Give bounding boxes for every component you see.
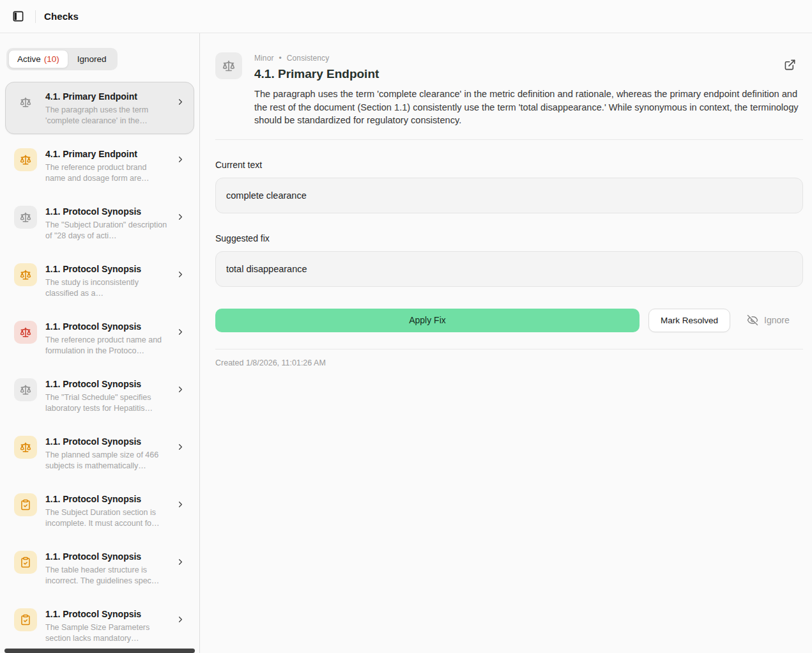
check-item-title: 1.1. Protocol Synopsis	[45, 609, 167, 619]
clipboard-check-icon	[14, 608, 37, 631]
chevron-right-icon	[176, 615, 185, 624]
chevron-right-icon	[176, 155, 185, 164]
chevron-right-icon	[176, 385, 185, 394]
panel-left-icon	[12, 10, 24, 22]
check-detail-title: 4.1. Primary Endpoint	[254, 67, 803, 81]
chevron-right-icon	[176, 212, 185, 222]
check-item-title: 1.1. Protocol Synopsis	[45, 206, 167, 217]
chevron-right-icon	[176, 97, 185, 107]
check-item-title: 1.1. Protocol Synopsis	[45, 436, 167, 447]
check-list-item[interactable]: 1.1. Protocol Synopsis The Subject Durat…	[5, 484, 194, 537]
check-list-item[interactable]: 1.1. Protocol Synopsis The "Subject Dura…	[5, 197, 194, 249]
check-list-item[interactable]: 4.1. Primary Endpoint The reference prod…	[5, 139, 194, 192]
suggested-fix-label: Suggested fix	[215, 233, 803, 243]
clipboard-check-icon	[14, 551, 37, 574]
tab-ignored-label: Ignored	[77, 54, 107, 64]
current-text-field: complete clearance	[215, 178, 803, 213]
clipboard-check-icon	[14, 493, 37, 516]
top-bar: Checks	[0, 0, 812, 33]
check-meta: Minor • Consistency	[254, 54, 803, 63]
check-item-description: The study is inconsistently classified a…	[45, 277, 167, 298]
eye-off-icon	[747, 314, 758, 326]
check-detail-panel: Minor • Consistency 4.1. Primary Endpoin…	[200, 33, 812, 653]
check-item-title: 1.1. Protocol Synopsis	[45, 379, 167, 389]
suggested-fix-field: total disappearance	[215, 251, 803, 287]
chevron-right-icon	[176, 270, 185, 279]
scale-icon	[215, 52, 242, 79]
external-link-icon	[784, 59, 796, 71]
ignore-button[interactable]: Ignore	[747, 314, 790, 326]
chevron-right-icon	[176, 500, 185, 509]
apply-fix-button[interactable]: Apply Fix	[215, 309, 640, 332]
check-list: 4.1. Primary Endpoint The paragraph uses…	[0, 82, 199, 652]
section-divider	[215, 139, 803, 140]
check-item-description: The Sample Size Parameters section lacks…	[45, 622, 167, 643]
check-item-title: 1.1. Protocol Synopsis	[45, 494, 167, 504]
check-list-item[interactable]: 1.1. Protocol Synopsis The Sample Size P…	[5, 599, 194, 652]
ignore-button-label: Ignore	[764, 315, 790, 325]
check-item-description: The "Subject Duration" description of "2…	[45, 220, 167, 241]
created-timestamp: Created 1/8/2026, 11:01:26 AM	[215, 358, 803, 367]
chevron-right-icon	[176, 442, 185, 452]
page-title: Checks	[44, 11, 79, 22]
check-item-description: The reference product brand name and dos…	[45, 162, 167, 183]
check-item-description: The table header structure is incorrect.…	[45, 565, 167, 586]
scale-icon	[14, 436, 37, 459]
check-item-description: The reference product name and formulati…	[45, 335, 167, 356]
check-list-item[interactable]: 1.1. Protocol Synopsis The planned sampl…	[5, 427, 194, 479]
category-label: Consistency	[287, 54, 329, 63]
topbar-divider	[35, 10, 36, 23]
meta-separator: •	[279, 54, 282, 63]
horizontal-scrollbar[interactable]	[4, 649, 195, 653]
active-count-badge: (10)	[44, 54, 59, 64]
check-item-title: 4.1. Primary Endpoint	[45, 91, 167, 102]
scale-icon	[14, 263, 37, 286]
chevron-right-icon	[176, 327, 185, 337]
chevron-right-icon	[176, 557, 185, 567]
check-item-title: 1.1. Protocol Synopsis	[45, 321, 167, 332]
checks-sidebar: Active (10) Ignored 4.1. Primary Endpoin…	[0, 33, 200, 653]
check-detail-description: The paragraph uses the term 'complete cl…	[254, 88, 803, 127]
check-list-item[interactable]: 1.1. Protocol Synopsis The "Trial Schedu…	[5, 369, 194, 422]
check-list-item[interactable]: 1.1. Protocol Synopsis The table header …	[5, 542, 194, 594]
scale-icon	[14, 206, 37, 229]
check-item-description: The paragraph uses the term 'complete cl…	[45, 105, 167, 126]
footer-divider	[215, 349, 803, 350]
tab-ignored[interactable]: Ignored	[68, 50, 116, 68]
check-item-description: The planned sample size of 466 subjects …	[45, 450, 167, 471]
check-list-item[interactable]: 1.1. Protocol Synopsis The reference pro…	[5, 312, 194, 364]
sidebar-toggle-button[interactable]	[9, 8, 27, 26]
check-item-title: 1.1. Protocol Synopsis	[45, 264, 167, 274]
suggested-fix-value: total disappearance	[226, 264, 307, 274]
scale-icon	[14, 321, 37, 344]
check-item-description: The "Trial Schedule" specifies laborator…	[45, 392, 167, 413]
check-item-title: 1.1. Protocol Synopsis	[45, 551, 167, 562]
scale-icon	[14, 148, 37, 171]
scale-icon	[14, 378, 37, 401]
check-list-item[interactable]: 1.1. Protocol Synopsis The study is inco…	[5, 254, 194, 307]
mark-resolved-button[interactable]: Mark Resolved	[648, 309, 730, 332]
check-list-item[interactable]: 4.1. Primary Endpoint The paragraph uses…	[5, 82, 194, 134]
severity-label: Minor	[254, 54, 274, 63]
current-text-label: Current text	[215, 160, 803, 170]
check-item-title: 4.1. Primary Endpoint	[45, 149, 167, 159]
scale-icon	[14, 91, 37, 114]
tab-active[interactable]: Active (10)	[8, 50, 68, 68]
check-item-description: The Subject Duration section is incomple…	[45, 507, 167, 528]
tab-active-label: Active	[17, 54, 41, 64]
filter-segmented-control: Active (10) Ignored	[6, 48, 118, 70]
open-in-document-button[interactable]	[781, 56, 798, 73]
app-window: Checks Active (10) Ignored 4.1. Primary …	[0, 0, 812, 653]
current-text-value: complete clearance	[226, 190, 307, 201]
